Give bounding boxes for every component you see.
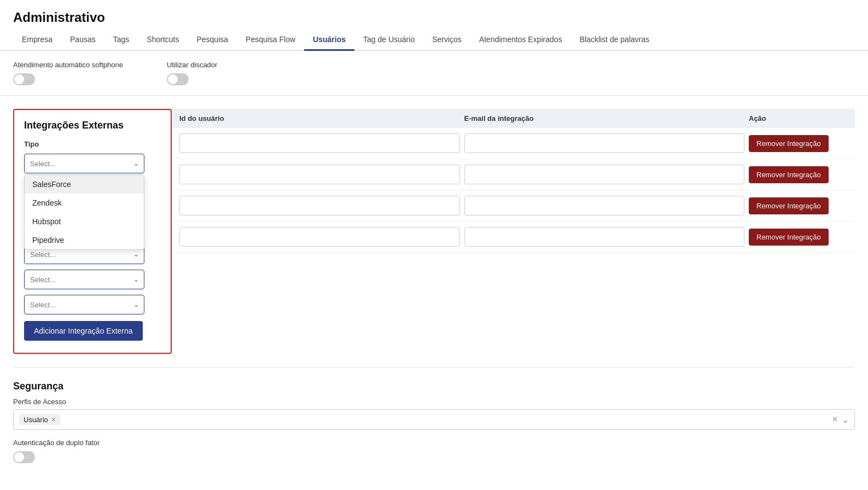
toggles-section: Atendimento automático softphone Utiliza… <box>0 51 868 96</box>
dropdown-item-hubspot[interactable]: Hubspot <box>25 212 144 231</box>
table-header: Id do usuário E-mail da integração Ação <box>172 109 855 128</box>
perfis-label: Perfis de Acesso <box>13 398 855 406</box>
section-divider <box>13 367 855 368</box>
email-input-0[interactable] <box>464 133 745 153</box>
dropdown-menu-1: SalesForceZendeskHubspotPipedrive <box>24 174 144 250</box>
col-id-usuario: Id do usuário <box>179 114 464 122</box>
select-input-1[interactable] <box>24 154 144 173</box>
seguranca-title: Segurança <box>13 381 855 392</box>
remover-button-3[interactable]: Remover Integração <box>749 229 829 246</box>
id-usuario-input-0[interactable] <box>179 133 460 153</box>
id-usuario-input-1[interactable] <box>179 165 460 184</box>
integracoes-title: Integrações Externas <box>24 120 161 131</box>
select-input-3[interactable] <box>24 270 144 289</box>
email-input-2[interactable] <box>464 196 745 215</box>
id-usuario-input-3[interactable] <box>179 227 460 247</box>
nav-tab-pausas[interactable]: Pausas <box>61 30 104 51</box>
softphone-toggle-group: Atendimento automático softphone <box>13 61 123 85</box>
remover-button-1[interactable]: Remover Integração <box>749 166 829 183</box>
table-row-3: Remover Integração <box>172 221 855 253</box>
tag-close-icon[interactable]: × <box>51 415 56 424</box>
nav-tab-tag-usuario[interactable]: Tag de Usuário <box>354 30 423 51</box>
table-row-0: Remover Integração <box>172 128 855 159</box>
nav-tab-pesquisa[interactable]: Pesquisa <box>188 30 237 51</box>
col-acao: Ação <box>749 114 847 122</box>
discador-toggle-group: Utilizar discador <box>167 61 217 85</box>
add-integration-button[interactable]: Adicionar Integração Externa <box>24 321 143 341</box>
select-wrapper-3: ⌄ <box>24 270 144 289</box>
nav-tab-tags[interactable]: Tags <box>104 30 138 51</box>
tipo-row-1: ⌄ SalesForceZendeskHubspotPipedrive <box>24 154 161 173</box>
softphone-label: Atendimento automático softphone <box>13 61 123 69</box>
select-input-4[interactable] <box>24 295 144 314</box>
seguranca-section: Segurança Perfis de Acesso Usuário × × ⌄… <box>13 381 855 476</box>
table-row-1: Remover Integração <box>172 159 855 190</box>
email-input-3[interactable] <box>464 227 745 247</box>
nav-tab-blacklist[interactable]: Blacklist de palavras <box>571 30 659 51</box>
nav-tab-pesquisa-flow[interactable]: Pesquisa Flow <box>237 30 304 51</box>
nav-tab-shortcuts[interactable]: Shortcuts <box>138 30 188 51</box>
page-title: Administrativo <box>0 0 868 30</box>
perfis-tags: Usuário × <box>19 414 60 425</box>
clear-icon[interactable]: × <box>832 415 837 424</box>
select-wrapper-1: ⌄ <box>24 154 144 173</box>
discador-label: Utilizar discador <box>167 61 217 69</box>
chevron-down-icon-perfis[interactable]: ⌄ <box>842 415 849 425</box>
perfis-select-wrapper[interactable]: Usuário × × ⌄ <box>13 409 855 430</box>
remover-button-0[interactable]: Remover Integração <box>749 135 829 152</box>
dropdown-item-zendesk[interactable]: Zendesk <box>25 194 144 212</box>
softphone-toggle[interactable] <box>13 73 35 85</box>
dropdown-item-salesforce[interactable]: SalesForce <box>25 175 144 194</box>
discador-toggle[interactable] <box>167 73 189 85</box>
integrations-area: Integrações Externas Tipo ⌄ SalesForceZe… <box>13 109 855 354</box>
col-email: E-mail da integração <box>464 114 749 122</box>
remover-button-2[interactable]: Remover Integração <box>749 197 829 214</box>
autenticacao-toggle[interactable] <box>13 451 35 463</box>
select-wrapper-4: ⌄ <box>24 295 144 314</box>
perfis-actions: × ⌄ <box>832 415 849 425</box>
nav-tab-servicos[interactable]: Serviços <box>423 30 470 51</box>
autenticacao-label: Autenticação de duplo fator <box>13 439 855 447</box>
table-row-2: Remover Integração <box>172 190 855 221</box>
perfis-tag-label: Usuário <box>24 416 48 424</box>
tipo-column-header: Tipo <box>24 140 161 148</box>
nav-tab-usuarios[interactable]: Usuários <box>304 30 354 51</box>
nav-tab-empresa[interactable]: Empresa <box>13 30 61 51</box>
email-input-1[interactable] <box>464 165 745 184</box>
dropdown-item-pipedrive[interactable]: Pipedrive <box>25 231 144 249</box>
main-content: Integrações Externas Tipo ⌄ SalesForceZe… <box>0 109 868 489</box>
right-table: Id do usuário E-mail da integração Ação … <box>172 109 855 253</box>
perfis-tag-usuario: Usuário × <box>19 414 60 425</box>
nav-tab-atendimentos[interactable]: Atendimentos Expirados <box>470 30 571 51</box>
integracoes-section: Integrações Externas Tipo ⌄ SalesForceZe… <box>13 109 172 354</box>
nav-tabs: EmpresaPausasTagsShortcutsPesquisaPesqui… <box>0 30 868 51</box>
tipo-selects-234: ⌄⌄⌄ <box>24 244 161 314</box>
id-usuario-input-2[interactable] <box>179 196 460 215</box>
table-rows-container: Remover IntegraçãoRemover IntegraçãoRemo… <box>172 128 855 253</box>
